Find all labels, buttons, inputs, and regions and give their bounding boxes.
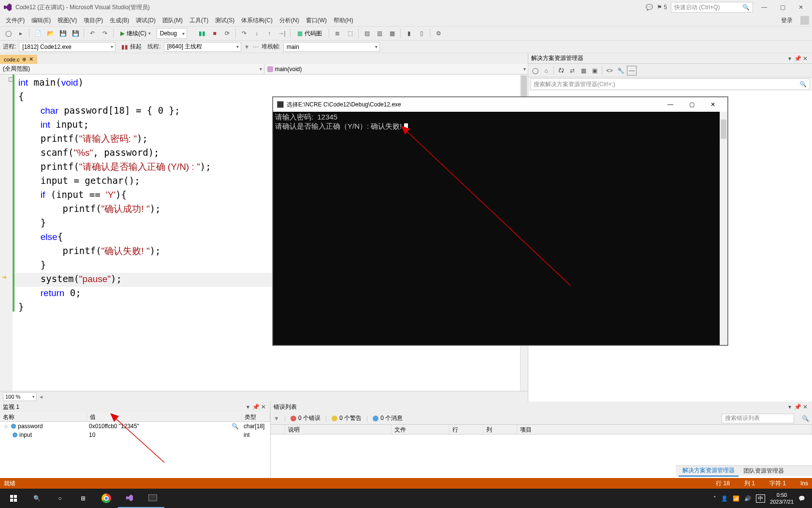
user-avatar-icon[interactable] xyxy=(800,16,809,25)
menu-edit[interactable]: 编辑(E) xyxy=(29,15,54,26)
tray-volume-icon[interactable]: 🔊 xyxy=(744,495,751,502)
stop-button[interactable]: ■ xyxy=(209,28,220,39)
close-button[interactable]: ✕ xyxy=(794,2,808,13)
start-button[interactable] xyxy=(2,489,25,508)
sol-home-icon[interactable]: ⌂ xyxy=(541,66,551,75)
save-button[interactable]: 💾 xyxy=(58,28,68,39)
warnings-filter[interactable]: 0 个警告 xyxy=(332,414,362,422)
scope-combo-right[interactable]: main(void) xyxy=(264,64,528,74)
tb-icon-3[interactable]: ▤ xyxy=(362,28,372,39)
tab-solution-explorer[interactable]: 解决方案资源管理器 xyxy=(679,465,739,477)
tb-icon-5[interactable]: ▦ xyxy=(387,28,397,39)
suspend-button[interactable]: ▮▮挂起 xyxy=(118,43,145,51)
magnify-icon[interactable]: 🔍 xyxy=(232,423,239,430)
watch-row[interactable]: ▷password 0x010ffcb0 "12345"🔍 char[18] xyxy=(0,422,270,431)
notifications-flag[interactable]: ⚑ 5 xyxy=(657,4,667,11)
tb-icon-6[interactable]: ▮ xyxy=(404,28,414,39)
col-file[interactable]: 文件 xyxy=(392,425,450,434)
col-project[interactable]: 项目 xyxy=(517,425,812,434)
menu-analyze[interactable]: 分析(N) xyxy=(276,15,302,26)
sol-sync-icon[interactable]: ⇄ xyxy=(567,66,577,75)
menu-build[interactable]: 生成(B) xyxy=(107,15,132,26)
stack-combo[interactable]: main xyxy=(283,42,380,52)
scope-combo-left[interactable]: (全局范围) xyxy=(0,64,264,74)
step-into-button[interactable]: ↓ xyxy=(251,28,262,39)
sol-view-icon[interactable]: — xyxy=(627,66,637,75)
sol-back-icon[interactable]: ◯ xyxy=(530,66,540,75)
save-all-button[interactable]: 💾 xyxy=(70,28,81,39)
tb-icon-4[interactable]: ▥ xyxy=(374,28,385,39)
messages-filter[interactable]: 0 个消息 xyxy=(373,414,403,422)
menu-team[interactable]: 团队(M) xyxy=(160,15,186,26)
nav-back-button[interactable]: ◯ xyxy=(3,28,14,39)
minimize-button[interactable]: — xyxy=(757,2,771,13)
solution-search-input[interactable]: 搜索解决方案资源管理器(Ctrl+;) 🔍 xyxy=(530,78,810,90)
tray-notifications-icon[interactable]: 💬 xyxy=(798,495,805,502)
col-line[interactable]: 行 xyxy=(450,425,483,434)
tb-icon-7[interactable]: ▯ xyxy=(416,28,427,39)
sol-collapse-icon[interactable]: ▣ xyxy=(590,66,599,75)
quick-launch-input[interactable]: 快速启动 (Ctrl+Q) 🔍 xyxy=(671,2,753,13)
pin-icon[interactable]: ⊕ xyxy=(22,57,26,62)
chrome-button[interactable] xyxy=(95,489,118,508)
nav-fwd-button[interactable]: ▸ xyxy=(15,28,26,39)
continue-button[interactable]: ▶继续(C)▾ xyxy=(116,29,155,39)
menu-file[interactable]: 文件(F) xyxy=(3,15,28,26)
thread-combo[interactable]: [8640] 主线程 xyxy=(164,42,241,52)
sol-properties-icon[interactable]: 🔧 xyxy=(616,66,625,75)
console-title-bar[interactable]: 选择E:\NCRE C\Code12\Debug\Code12.exe — ▢ … xyxy=(273,97,727,112)
doc-tab-code-c[interactable]: code.c ⊕ ✕ xyxy=(0,55,37,64)
filter-icon[interactable]: ▼ xyxy=(274,415,279,422)
col-value[interactable]: 值 xyxy=(87,412,242,421)
vs-taskbar-button[interactable] xyxy=(118,489,141,508)
tb-icon-1[interactable]: ≣ xyxy=(332,28,343,39)
tray-ime[interactable]: 中 xyxy=(756,494,765,503)
config-combo[interactable]: Debug xyxy=(157,28,187,39)
close-panel-icon[interactable]: ✕ xyxy=(801,55,809,62)
restart-button[interactable]: ⟳ xyxy=(222,28,232,39)
task-view-button[interactable]: ⊞ xyxy=(72,489,95,508)
tray-up-icon[interactable]: ˄ xyxy=(713,495,716,502)
sol-showall-icon[interactable]: ▦ xyxy=(579,66,588,75)
col-desc[interactable]: 说明 xyxy=(285,425,392,434)
menu-view[interactable]: 视图(V) xyxy=(55,15,80,26)
menu-arch[interactable]: 体系结构(C) xyxy=(238,15,276,26)
view-code-button[interactable]: ▦代码图 xyxy=(293,29,326,39)
watch-row[interactable]: input 10 int xyxy=(0,431,270,439)
undo-button[interactable]: ↶ xyxy=(87,28,98,39)
login-link[interactable]: 登录 xyxy=(778,15,796,26)
menu-help[interactable]: 帮助(H) xyxy=(331,15,356,26)
step-over-button[interactable]: ↷ xyxy=(239,28,249,39)
col-type[interactable]: 类型 xyxy=(242,412,270,421)
watch-body[interactable]: ▷password 0x010ffcb0 "12345"🔍 char[18] i… xyxy=(0,422,270,484)
tray-people-icon[interactable]: 👤 xyxy=(721,495,728,502)
pin-icon[interactable]: 📌 xyxy=(252,403,260,410)
search-button[interactable]: 🔍 xyxy=(25,489,48,508)
pin-icon[interactable]: 📌 xyxy=(794,55,801,62)
menu-project[interactable]: 项目(P) xyxy=(81,15,106,26)
errors-filter[interactable]: 0 个错误 xyxy=(290,414,320,422)
zoom-combo[interactable]: 100 % xyxy=(3,392,37,401)
menu-debug[interactable]: 调试(D) xyxy=(133,15,159,26)
feedback-icon[interactable]: 💬 xyxy=(646,4,653,11)
redo-button[interactable]: ↷ xyxy=(100,28,110,39)
panel-menu-icon[interactable]: ▾ xyxy=(244,403,252,410)
close-panel-icon[interactable]: ✕ xyxy=(260,403,267,410)
step-out-button[interactable]: ↑ xyxy=(264,28,275,39)
pause-button[interactable]: ▮▮ xyxy=(197,28,207,39)
console-minimize-button[interactable]: — xyxy=(660,98,681,111)
console-scrollbar[interactable] xyxy=(720,112,727,345)
tab-team-explorer[interactable]: 团队资源管理器 xyxy=(740,466,788,476)
panel-menu-icon[interactable]: ▾ xyxy=(786,55,794,62)
pin-icon[interactable]: 📌 xyxy=(794,403,801,410)
console-maximize-button[interactable]: ▢ xyxy=(681,98,702,111)
tb-icon-8[interactable]: ⚙ xyxy=(433,28,444,39)
panel-menu-icon[interactable]: ▾ xyxy=(786,403,794,410)
sol-code-icon[interactable]: <> xyxy=(605,66,614,75)
menu-window[interactable]: 窗口(W) xyxy=(303,15,330,26)
menu-tools[interactable]: 工具(T) xyxy=(187,15,211,26)
open-button[interactable]: 📂 xyxy=(45,28,56,39)
error-search-input[interactable]: 搜索错误列表 xyxy=(722,414,794,423)
run-to-cursor-button[interactable]: →| xyxy=(276,28,287,39)
process-combo[interactable]: [1812] Code12.exe xyxy=(19,42,116,52)
